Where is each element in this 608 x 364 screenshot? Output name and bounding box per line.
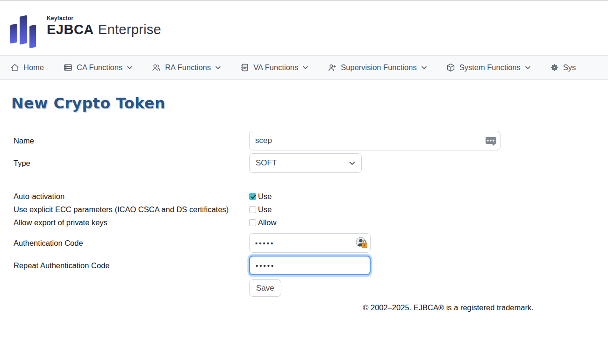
new-crypto-token-form: Name Type SOFT Auto-activation Use Use e… bbox=[14, 131, 608, 297]
journal-icon bbox=[240, 63, 249, 72]
gear-icon bbox=[550, 63, 559, 72]
nav-item-ra-functions[interactable]: RA Functions bbox=[152, 63, 221, 72]
page-title: New Crypto Token bbox=[11, 94, 608, 112]
form-row-repeat-auth-code: Repeat Authentication Code bbox=[14, 256, 608, 275]
auth-code-label: Authentication Code bbox=[14, 239, 249, 248]
ecc-params-checkbox[interactable] bbox=[249, 206, 256, 213]
nav-item-label: Sys bbox=[563, 63, 576, 72]
nav-item-va-functions[interactable]: VA Functions bbox=[240, 63, 308, 72]
chevron-down-icon bbox=[215, 66, 221, 70]
type-label: Type bbox=[14, 159, 249, 168]
brand-keyfactor: Keyfactor bbox=[47, 15, 161, 21]
nav-item-system-functions[interactable]: System Functions bbox=[446, 63, 530, 72]
footer-copyright: © 2002–2025. EJBCA® is a registered trad… bbox=[288, 303, 608, 312]
auto-activation-checkbox-label[interactable]: Use bbox=[258, 192, 272, 201]
repeat-auth-code-label: Repeat Authentication Code bbox=[14, 261, 249, 270]
type-select-value: SOFT bbox=[256, 158, 277, 168]
chevron-down-icon bbox=[127, 66, 132, 70]
form-row-name: Name bbox=[14, 131, 608, 150]
chevron-down-icon bbox=[303, 66, 308, 70]
nav-item-label: RA Functions bbox=[165, 63, 211, 72]
nav-item-home[interactable]: Home bbox=[10, 63, 44, 72]
allow-export-checkbox-label[interactable]: Allow bbox=[258, 218, 276, 227]
repeat-auth-code-input[interactable] bbox=[249, 256, 371, 275]
form-row-type: Type SOFT bbox=[14, 153, 608, 173]
ecc-params-checkbox-label[interactable]: Use bbox=[258, 205, 272, 214]
nav-item-label: System Functions bbox=[459, 63, 521, 72]
keyfactor-ejbca-logo: Keyfactor EJBCA Enterprise bbox=[8, 11, 161, 46]
server-icon bbox=[64, 63, 72, 72]
auto-activation-label: Auto-activation bbox=[14, 192, 249, 201]
form-row-auth-code: Authentication Code bbox=[14, 233, 608, 253]
save-button[interactable]: Save bbox=[249, 279, 281, 297]
auto-activation-checkbox[interactable] bbox=[249, 193, 256, 200]
nav-item-label: VA Functions bbox=[253, 63, 298, 72]
people-icon bbox=[152, 63, 161, 72]
chevron-down-icon bbox=[422, 66, 427, 70]
box-icon bbox=[446, 63, 455, 72]
person-plus-icon bbox=[328, 63, 336, 72]
main-nav: Home CA Functions RA Functions VA Functi… bbox=[0, 55, 608, 80]
ecc-params-label: Use explicit ECC parameters (ICAO CSCA a… bbox=[14, 205, 249, 214]
nav-item-system-configuration[interactable]: Sys bbox=[550, 63, 576, 72]
form-row-auto-activation: Auto-activation Use bbox=[14, 190, 608, 203]
allow-export-checkbox[interactable] bbox=[249, 219, 256, 226]
avatar-lock-icon[interactable] bbox=[356, 237, 368, 249]
password-manager-bubble-icon[interactable] bbox=[486, 137, 496, 144]
auth-code-input[interactable] bbox=[249, 233, 371, 253]
home-icon bbox=[10, 63, 19, 72]
nav-item-label: Supervision Functions bbox=[341, 63, 416, 72]
nav-item-supervision-functions[interactable]: Supervision Functions bbox=[328, 63, 426, 72]
brand-ejbca: EJBCA bbox=[47, 22, 94, 37]
allow-export-label: Allow export of private keys bbox=[14, 218, 249, 227]
name-label: Name bbox=[14, 136, 249, 145]
form-row-allow-export: Allow export of private keys Allow bbox=[14, 216, 608, 229]
form-row-save: Save bbox=[14, 279, 608, 297]
nav-item-ca-functions[interactable]: CA Functions bbox=[64, 63, 132, 72]
keyfactor-logo-icon bbox=[8, 12, 38, 46]
chevron-down-icon bbox=[525, 66, 530, 70]
nav-item-label: Home bbox=[23, 63, 44, 72]
nav-item-label: CA Functions bbox=[77, 63, 122, 72]
brand-enterprise: Enterprise bbox=[98, 22, 161, 37]
type-select[interactable]: SOFT bbox=[249, 153, 362, 173]
app-header: Keyfactor EJBCA Enterprise bbox=[0, 1, 608, 55]
name-input[interactable] bbox=[249, 131, 501, 150]
form-row-ecc-params: Use explicit ECC parameters (ICAO CSCA a… bbox=[14, 203, 608, 216]
select-chevron-down-icon bbox=[349, 161, 355, 165]
